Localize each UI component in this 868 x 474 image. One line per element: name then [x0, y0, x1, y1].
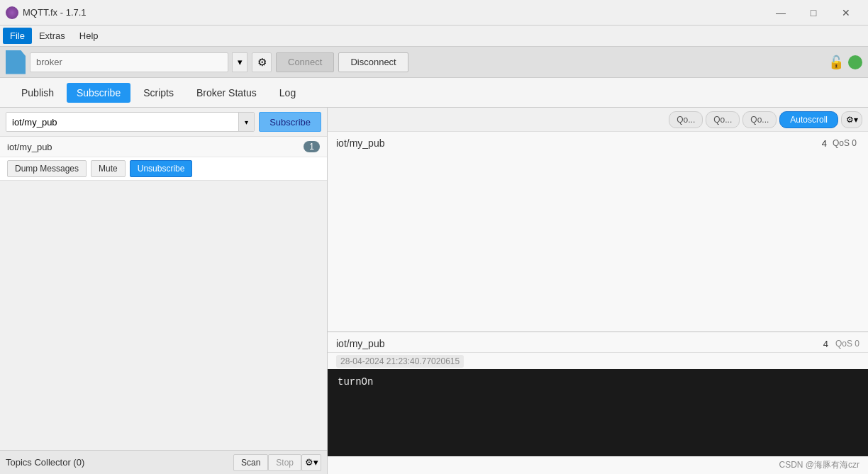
- disconnect-button[interactable]: Disconnect: [338, 52, 408, 72]
- connect-button[interactable]: Connect: [276, 52, 334, 72]
- qos-bar: Qo... Qo... Qo... Autoscroll ⚙▾: [328, 108, 868, 132]
- close-button[interactable]: ✕: [830, 0, 862, 26]
- message-bottom-topic: iot/my_pub: [336, 338, 384, 349]
- broker-dropdown-button[interactable]: ▾: [232, 52, 247, 72]
- subscribed-topic-row: iot/my_pub 1 Dump Messages Mute Unsubscr…: [0, 137, 327, 181]
- topic-row-name: iot/my_pub: [7, 142, 304, 152]
- message-qos: QoS 0: [833, 138, 859, 148]
- window-controls: — □ ✕: [764, 0, 862, 26]
- new-connection-icon[interactable]: [6, 50, 26, 74]
- topic-row-header: iot/my_pub 1: [0, 137, 327, 157]
- main-content: ▾ Subscribe iot/my_pub 1 Dump Messages M…: [0, 108, 868, 474]
- chevron-down-icon: ▾: [238, 57, 243, 67]
- maximize-button[interactable]: □: [797, 0, 830, 26]
- topic-input[interactable]: [6, 113, 238, 131]
- watermark: CSDN @海豚有海czr: [328, 456, 868, 474]
- tab-broker-status[interactable]: Broker Status: [187, 83, 267, 103]
- app-title: MQTT.fx - 1.7.1: [23, 7, 87, 18]
- message-panel-bottom: iot/my_pub 4 QoS 0 28-04-2024 21:23:40.7…: [328, 332, 868, 474]
- stop-button[interactable]: Stop: [268, 454, 301, 471]
- message-content-box: turnOn: [328, 369, 868, 456]
- broker-input[interactable]: [36, 57, 222, 67]
- connection-bar: ▾ ⚙ Connect Disconnect 🔓: [0, 47, 868, 78]
- right-panel: Qo... Qo... Qo... Autoscroll ⚙▾ iot/my_p…: [328, 108, 868, 474]
- minimize-button[interactable]: —: [764, 0, 797, 26]
- menu-item-help[interactable]: Help: [72, 28, 106, 44]
- connection-settings-button[interactable]: ⚙: [252, 52, 272, 72]
- scan-button[interactable]: Scan: [233, 454, 268, 471]
- menu-bar: File Extras Help: [0, 26, 868, 47]
- gear-icon: ⚙: [257, 56, 267, 69]
- qos1-button[interactable]: Qo...: [706, 111, 740, 128]
- title-bar-left: MQTT.fx - 1.7.1: [6, 6, 87, 19]
- message-bottom-meta: 4 QoS 0: [823, 339, 859, 349]
- qos0-button[interactable]: Qo...: [669, 111, 703, 128]
- subscribe-button[interactable]: Subscribe: [259, 112, 321, 132]
- gear-icon: ⚙▾: [305, 457, 318, 468]
- topics-collector-label: Topics Collector (0): [6, 457, 233, 468]
- message-panel-top: iot/my_pub 4 QoS 0: [328, 132, 868, 332]
- tab-publish[interactable]: Publish: [11, 83, 64, 103]
- title-bar: MQTT.fx - 1.7.1 — □ ✕: [0, 0, 868, 26]
- mute-button[interactable]: Mute: [91, 160, 126, 177]
- lock-icon: 🔓: [828, 55, 844, 70]
- message-bottom-qos: QoS 0: [835, 339, 859, 349]
- message-bottom-header: iot/my_pub 4 QoS 0: [328, 332, 868, 353]
- message-bottom-count: 4: [823, 339, 828, 349]
- message-timestamp-row: 28-04-2024 21:23:40.77020615: [328, 353, 868, 369]
- broker-input-wrapper: [30, 52, 228, 72]
- message-panel-top-header: iot/my_pub 4 QoS 0: [328, 132, 868, 152]
- topic-dropdown-button[interactable]: ▾: [238, 113, 254, 131]
- connection-status-area: 🔓: [828, 55, 862, 70]
- message-content-text: turnOn: [338, 376, 373, 388]
- topic-list-area: [0, 181, 327, 450]
- message-meta: 4 QoS 0: [822, 138, 859, 149]
- message-count: 4: [822, 138, 827, 149]
- dump-messages-button[interactable]: Dump Messages: [7, 160, 87, 177]
- message-settings-button[interactable]: ⚙▾: [841, 111, 862, 128]
- chevron-down-icon: ▾: [245, 118, 248, 126]
- connection-status-dot: [848, 55, 862, 69]
- menu-item-extras[interactable]: Extras: [32, 28, 72, 44]
- gear-icon: ⚙▾: [846, 115, 858, 125]
- tab-log[interactable]: Log: [269, 83, 306, 103]
- topic-row-actions: Dump Messages Mute Unsubscribe: [0, 157, 327, 180]
- topics-collector: Topics Collector (0) Scan Stop ⚙▾: [0, 450, 327, 474]
- qos2-button[interactable]: Qo...: [742, 111, 777, 128]
- tab-bar: Publish Subscribe Scripts Broker Status …: [0, 78, 868, 108]
- tab-subscribe[interactable]: Subscribe: [67, 83, 130, 103]
- left-panel: ▾ Subscribe iot/my_pub 1 Dump Messages M…: [0, 108, 328, 474]
- topics-collector-settings-button[interactable]: ⚙▾: [301, 454, 321, 471]
- topic-message-count-badge: 1: [304, 141, 320, 152]
- mqtt-logo-icon: [6, 6, 18, 19]
- menu-item-file[interactable]: File: [3, 28, 32, 44]
- message-topic-name: iot/my_pub: [336, 137, 384, 149]
- unsubscribe-button[interactable]: Unsubscribe: [130, 160, 193, 177]
- tab-scripts[interactable]: Scripts: [133, 83, 184, 103]
- message-timestamp: 28-04-2024 21:23:40.77020615: [336, 355, 464, 368]
- autoscroll-button[interactable]: Autoscroll: [779, 111, 838, 128]
- topic-input-wrapper: ▾: [6, 112, 255, 132]
- subscribe-bar: ▾ Subscribe: [0, 108, 327, 137]
